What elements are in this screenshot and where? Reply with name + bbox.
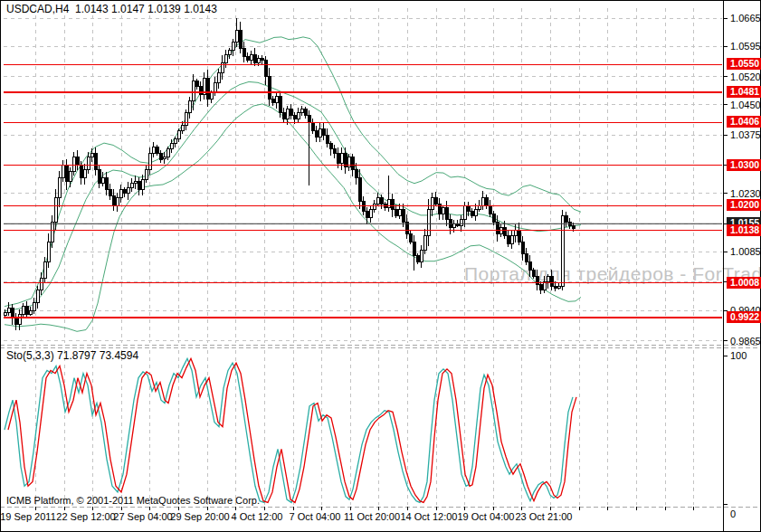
candle [62, 166, 64, 177]
red-level-label: 1.0138 [727, 224, 761, 236]
candle [228, 51, 231, 55]
candle [518, 230, 520, 242]
bollinger-upper [5, 37, 581, 307]
candle [297, 113, 300, 119]
candle [322, 129, 325, 136]
sto-axis-max-label: 100 [730, 350, 747, 361]
candle [554, 286, 556, 288]
red-level-label: 1.0200 [727, 199, 761, 211]
candle [243, 48, 245, 56]
candle [547, 276, 549, 282]
candle [181, 125, 184, 131]
candle [463, 205, 466, 220]
candle [109, 189, 111, 195]
red-level-label: 1.0550 [727, 58, 761, 70]
candle [561, 215, 564, 286]
candle [481, 197, 484, 205]
grid-horizontal [4, 18, 722, 341]
candle [467, 205, 470, 212]
candle [373, 204, 376, 210]
candle [152, 147, 155, 154]
stochastic-signal-line [8, 358, 576, 502]
candle [380, 197, 383, 204]
candle [474, 210, 477, 216]
candle [185, 113, 187, 125]
red-level-label: 1.0300 [727, 159, 761, 171]
candle [25, 307, 28, 315]
candle [304, 109, 307, 115]
candle [507, 236, 509, 244]
candle [308, 115, 310, 123]
copyright-label: ICMB Platform, © 2001-2011 MetaQuotes So… [6, 495, 260, 506]
candle [145, 169, 147, 179]
candle [420, 250, 423, 261]
candle [195, 81, 198, 87]
candle [166, 149, 169, 157]
candle [452, 223, 455, 228]
candle [174, 139, 176, 144]
candle [80, 166, 82, 177]
candle [83, 169, 86, 177]
candle [492, 214, 495, 222]
time-axis[interactable]: 19 Sep 201122 Sep 12:0027 Sep 04:0029 Se… [0, 508, 724, 532]
candle [409, 233, 412, 242]
candle [489, 205, 491, 214]
chart-canvas[interactable] [0, 0, 761, 532]
candle [398, 210, 401, 216]
price-tick-label: 1.0085 [730, 246, 761, 258]
candle [257, 59, 260, 63]
candle [290, 109, 292, 115]
candle [232, 43, 234, 51]
candle [311, 123, 314, 131]
candle [130, 184, 133, 188]
panel-borders [0, 0, 761, 532]
candle [199, 87, 202, 95]
candle [355, 169, 357, 177]
candle [485, 197, 488, 205]
candle [351, 157, 354, 169]
candle [69, 171, 71, 181]
price-tick-label: 0.9865 [730, 336, 761, 347]
candle [58, 177, 61, 197]
candle [315, 131, 318, 138]
candle [29, 310, 32, 315]
candle [395, 210, 397, 216]
candle [557, 286, 560, 288]
red-level-label: 1.0481 [727, 86, 761, 98]
candle [22, 307, 24, 315]
candle [572, 226, 575, 229]
candle [376, 197, 379, 204]
candle [402, 210, 404, 222]
candle [105, 177, 108, 189]
candle [539, 284, 542, 290]
candle [264, 61, 267, 77]
candle [319, 129, 321, 138]
candle [76, 157, 79, 166]
candle [413, 242, 415, 256]
candle [134, 182, 137, 184]
candle [123, 189, 126, 194]
candle [300, 109, 303, 113]
candle [43, 262, 46, 279]
candle [471, 212, 473, 216]
candle [217, 72, 220, 82]
candle [525, 254, 528, 262]
candle [434, 197, 437, 204]
candle [391, 200, 394, 210]
candle [119, 189, 122, 197]
candle [326, 135, 328, 143]
candle [163, 157, 166, 159]
chart-title: USDCAD,H4 1.0143 1.0147 1.0139 1.0143 [6, 3, 217, 15]
candle [116, 197, 119, 205]
candle [127, 187, 129, 194]
candle [72, 157, 75, 172]
candle [206, 79, 209, 99]
indicator-label: Sto(5,3,3) 71.8797 73.4594 [6, 349, 138, 362]
candle [40, 278, 43, 290]
price-axis[interactable]: 1.06651.05951.05201.04501.03751.03001.02… [724, 0, 761, 532]
candle [51, 222, 53, 242]
candle [90, 153, 93, 157]
price-tick-label: 1.0595 [730, 41, 761, 52]
candle [138, 182, 140, 190]
candle [156, 147, 158, 154]
